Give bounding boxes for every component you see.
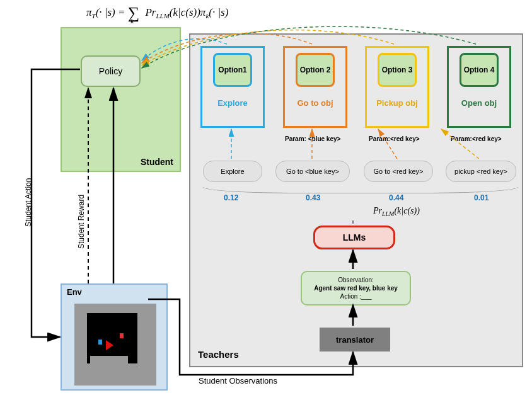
fog-overlay — [90, 356, 128, 378]
student-reward-label: Student Reward — [77, 195, 86, 249]
translator-box: translator — [320, 328, 390, 351]
obs-line1: Observation: — [338, 276, 374, 284]
option-open: Option 4 Open obj — [447, 46, 511, 128]
option-title: Option 4 — [460, 53, 499, 87]
obs-line2: Agent saw red key, blue key — [314, 284, 398, 292]
student-observations-label: Student Observations — [199, 376, 277, 386]
suggestion-text: Go to <blue key> — [286, 168, 339, 175]
red-key-icon — [120, 333, 124, 338]
option-title: Option 2 — [296, 53, 335, 87]
llms-box: LLMs — [313, 226, 395, 249]
option-caption: Open obj — [461, 98, 497, 108]
suggestion-bubble: Go to <red key> — [364, 161, 433, 182]
suggestion-bubble: Explore — [203, 161, 262, 182]
option-title: Option 3 — [378, 53, 417, 87]
option-explore: Option1 Explore — [200, 46, 265, 128]
blue-key-icon — [98, 340, 102, 345]
prob-value: 0.01 — [474, 193, 489, 202]
obs-line3: Action :___ — [340, 292, 371, 300]
diagram-canvas: { "formula": "π_T(· | s) = Σ_k Pr_LLM(k … — [0, 0, 532, 400]
teachers-label: Teachers — [198, 349, 239, 360]
suggestion-bubble: pickup <red key> — [446, 161, 516, 182]
prob-value: 0.12 — [224, 193, 238, 202]
option-caption: Explore — [217, 98, 248, 108]
option-caption: Pickup obj — [376, 98, 418, 108]
param-label-4: Param:<red key> — [451, 135, 502, 142]
suggestion-text: Go to <red key> — [374, 168, 424, 175]
student-box: Policy Student — [61, 27, 181, 172]
prob-value: 0.44 — [389, 193, 403, 202]
param-label-2: Param: <blue key> — [285, 135, 340, 142]
observation-box: Observation: Agent saw red key, blue key… — [301, 271, 411, 306]
llms-label: LLMs — [343, 232, 366, 243]
suggestion-bubble: Go to <blue key> — [275, 161, 350, 182]
prob-formula-label: PrLLM(k|c(s)) — [373, 206, 420, 217]
agent-icon — [106, 340, 113, 350]
formula-equation: πT(· |s) = ∑k PrLLM(k|c(s))πk(· |s) — [86, 4, 228, 23]
env-grid — [87, 313, 137, 363]
teachers-box: Teachers Option1 Explore Option 2 Go to … — [189, 33, 523, 367]
env-render — [74, 304, 156, 386]
policy-box: Policy — [81, 55, 141, 87]
option-pickup: Option 3 Pickup obj — [365, 46, 429, 128]
prob-value: 0.43 — [306, 193, 320, 202]
suggestion-text: pickup <red key> — [454, 168, 507, 175]
env-box: Env — [61, 283, 168, 391]
student-label: Student — [141, 157, 173, 167]
option-title: Option1 — [213, 53, 252, 87]
option-goto: Option 2 Go to obj — [283, 46, 347, 128]
policy-label: Policy — [99, 66, 122, 76]
suggestion-text: Explore — [221, 168, 244, 175]
translator-label: translator — [336, 335, 374, 345]
param-label-3: Param:<red key> — [369, 135, 420, 142]
option-caption: Go to obj — [297, 98, 333, 108]
prob-bracket — [203, 187, 518, 193]
env-label: Env — [67, 287, 82, 297]
student-action-label: Student Action — [24, 178, 33, 227]
